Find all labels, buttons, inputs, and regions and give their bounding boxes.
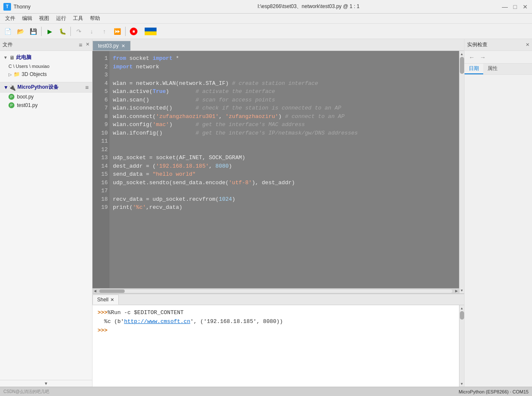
- horizontal-scrollbar[interactable]: ◀ ▶: [92, 288, 459, 293]
- scroll-left-arrow[interactable]: ◀: [92, 289, 98, 293]
- main-area: 文件 ≡ ✕ ▼ 🖥 此电脑 C \ Users \ mouxiao ▷ 📁 3…: [0, 39, 532, 387]
- shell-prompt-line: >>>: [98, 326, 454, 335]
- status-watermark: CSDN@么消活的吧几吧: [3, 389, 50, 395]
- editor-tab-bar: test03.py ✕: [92, 39, 464, 51]
- micropython-menu-icon[interactable]: ≡: [85, 84, 89, 91]
- maximize-button[interactable]: □: [512, 3, 518, 10]
- shell-main: >>> %Run -c $EDITOR_CONTENT %c (b'http:/…: [92, 305, 459, 387]
- scroll-down-arrow[interactable]: ▼: [459, 287, 464, 293]
- ln-13: 13: [94, 154, 108, 162]
- ln-17: 17: [94, 187, 108, 195]
- h-scrollbar-track[interactable]: [99, 289, 452, 293]
- ln-4: 4: [94, 79, 108, 88]
- editor-v-scrollbar[interactable]: ▲ ▼: [459, 51, 464, 293]
- ln-3: 3: [94, 71, 108, 79]
- boot-py-label: boot.py: [17, 94, 34, 100]
- ln-5: 5: [94, 87, 108, 96]
- ln-15: 15: [94, 170, 108, 179]
- folder-icon: 📁: [14, 71, 20, 77]
- micropython-label: MicroPython设备: [17, 84, 59, 91]
- sidebar-item-boot[interactable]: P boot.py: [0, 93, 92, 101]
- menu-tools[interactable]: 工具: [70, 14, 87, 23]
- shell-run-cmd: %Run -c $EDITOR_CONTENT: [107, 309, 183, 317]
- ukraine-flag: [145, 28, 157, 35]
- ln-14: 14: [94, 162, 108, 171]
- menu-run[interactable]: 运行: [53, 14, 70, 23]
- shell-scroll-up[interactable]: ▲: [459, 305, 464, 311]
- inspector-back-button[interactable]: ←: [467, 53, 476, 62]
- micropython-expand-icon: ▼: [3, 84, 8, 90]
- shell-output-suffix: ', ('192.168.18.185', 8080)): [190, 317, 283, 326]
- ln-9: 9: [94, 121, 108, 129]
- scroll-up-arrow[interactable]: ▲: [459, 51, 464, 57]
- sidebar-scroll-down[interactable]: ▼: [0, 380, 92, 387]
- micropython-header: ▼ 🔌 MicroPython设备 ≡: [0, 82, 92, 93]
- shell-tab-close[interactable]: ✕: [110, 297, 114, 303]
- right-panel-title: 实例检查: [467, 41, 526, 48]
- right-panel-toolbar: ← →: [465, 51, 532, 64]
- h-scrollbar-thumb[interactable]: [99, 289, 125, 293]
- menu-edit[interactable]: 编辑: [19, 14, 36, 23]
- editor-scrollbar-thumb[interactable]: [460, 57, 464, 74]
- shell-output-line: %c (b'http://www.cmsoft.cn', ('192.168.1…: [98, 317, 454, 326]
- step-over-button[interactable]: ↷: [73, 25, 85, 37]
- sidebar-item-test01[interactable]: P test01.py: [0, 101, 92, 110]
- open-file-button[interactable]: 📂: [14, 25, 26, 37]
- shell-scrollbar-thumb[interactable]: [460, 311, 464, 320]
- menubar: 文件 编辑 视图 运行 工具 帮助: [0, 14, 532, 24]
- shell-output-link[interactable]: http://www.cmsoft.cn: [124, 317, 190, 326]
- ln-7: 7: [94, 104, 108, 112]
- ln-6: 6: [94, 96, 108, 104]
- test01-py-icon: P: [8, 102, 14, 108]
- debug-button[interactable]: 🐛: [56, 25, 68, 37]
- ln-1: 1: [94, 54, 108, 63]
- step-out-button[interactable]: ↑: [98, 25, 110, 37]
- inspector-tab-attr[interactable]: 属性: [483, 64, 502, 74]
- boot-py-icon: P: [8, 94, 14, 100]
- micropython-icon: 🔌: [8, 84, 16, 91]
- editor-with-scroll: 1 2 3 4 5 6 7 8 9 10 11 12 13 14: [92, 51, 464, 293]
- sidebar-menu-icon[interactable]: ≡: [79, 42, 82, 48]
- flag-blue: [145, 28, 157, 31]
- editor-tab-test03[interactable]: test03.py ✕: [92, 41, 131, 51]
- editor-area: test03.py ✕ 1 2 3 4 5 6 7 8 9: [92, 39, 464, 387]
- sidebar-content: ▼ 🖥 此电脑 C \ Users \ mouxiao ▷ 📁 3D Objec…: [0, 51, 92, 380]
- statusbar: CSDN@么消活的吧几吧 MicroPython (ESP8266) · COM…: [0, 387, 532, 396]
- shell-run-prompt: >>>: [98, 309, 107, 317]
- save-file-button[interactable]: 💾: [27, 25, 39, 37]
- editor-tab-close[interactable]: ✕: [121, 43, 125, 49]
- shell-tab[interactable]: Shell ✕: [92, 295, 119, 305]
- new-file-button[interactable]: 📄: [2, 25, 14, 37]
- minimize-button[interactable]: —: [501, 3, 508, 10]
- inspector-forward-button[interactable]: →: [478, 53, 487, 62]
- editor-tab-test03-label: test03.py: [98, 43, 119, 49]
- shell-content[interactable]: >>> %Run -c $EDITOR_CONTENT %c (b'http:/…: [92, 305, 459, 387]
- right-panel-close[interactable]: ✕: [526, 42, 529, 48]
- code-content[interactable]: from socket import * import network wlan…: [109, 51, 459, 288]
- shell-scroll-down[interactable]: ▼: [459, 381, 464, 387]
- expand-icon: ▼: [3, 55, 8, 60]
- menu-help[interactable]: 帮助: [87, 14, 104, 23]
- menu-view[interactable]: 视图: [36, 14, 53, 23]
- code-editor[interactable]: 1 2 3 4 5 6 7 8 9 10 11 12 13 14: [92, 51, 459, 288]
- menu-file[interactable]: 文件: [2, 14, 19, 23]
- sidebar-item-computer[interactable]: ▼ 🖥 此电脑: [0, 53, 92, 62]
- stop-button[interactable]: ■: [128, 25, 140, 37]
- close-button[interactable]: ✕: [522, 3, 529, 10]
- status-interpreter: MicroPython (ESP8266) · COM15: [459, 389, 529, 394]
- scroll-right-arrow[interactable]: ▶: [454, 289, 459, 293]
- inspector-tab-date[interactable]: 日期: [465, 64, 483, 74]
- shell-tab-label: Shell: [97, 297, 109, 303]
- sidebar: 文件 ≡ ✕ ▼ 🖥 此电脑 C \ Users \ mouxiao ▷ 📁 3…: [0, 39, 92, 387]
- sidebar-item-3dobjects[interactable]: ▷ 📁 3D Objects: [0, 70, 92, 79]
- step-into-button[interactable]: ↓: [86, 25, 98, 37]
- 3d-objects-label: 3D Objects: [22, 71, 47, 77]
- right-panel-header: 实例检查 ✕: [465, 39, 532, 51]
- sidebar-item-path: C \ Users \ mouxiao: [0, 62, 92, 70]
- toolbar-separator-3: [125, 27, 126, 36]
- sidebar-file-close[interactable]: ✕: [86, 42, 90, 48]
- resume-button[interactable]: ⏩: [111, 25, 123, 37]
- right-panel: 实例检查 ✕ ← → 日期 属性: [464, 39, 532, 387]
- shell-v-scrollbar[interactable]: ▲ ▼: [459, 305, 464, 387]
- run-button[interactable]: ▶: [44, 25, 56, 37]
